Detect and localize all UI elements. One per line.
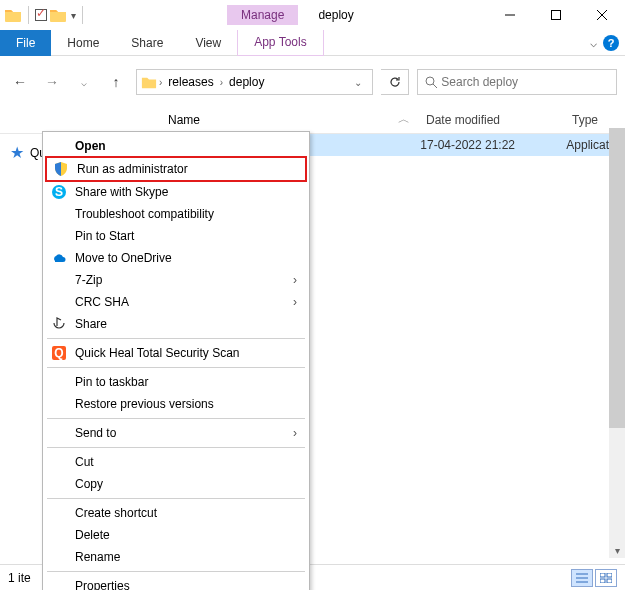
svg-point-4	[426, 77, 434, 85]
context-menu: Open Run as administrator S Share with S…	[42, 131, 310, 590]
svg-rect-13	[600, 573, 605, 577]
quickheal-icon: Q	[51, 345, 67, 361]
search-box[interactable]	[417, 69, 617, 95]
svg-text:Q: Q	[54, 346, 63, 360]
svg-rect-16	[607, 579, 612, 583]
help-button[interactable]: ?	[603, 35, 619, 51]
tab-home[interactable]: Home	[51, 30, 115, 56]
ctx-troubleshoot[interactable]: Troubleshoot compatibility	[45, 203, 307, 225]
column-date[interactable]: Date modified	[418, 113, 564, 127]
star-icon: ★	[10, 143, 24, 162]
chevron-right-icon[interactable]: ›	[218, 77, 225, 88]
ctx-restore-versions[interactable]: Restore previous versions	[45, 393, 307, 415]
qat-dropdown-icon[interactable]: ▾	[71, 10, 76, 21]
tab-share[interactable]: Share	[115, 30, 179, 56]
close-button[interactable]	[579, 0, 625, 30]
folder-icon	[49, 7, 67, 23]
search-input[interactable]	[441, 75, 610, 89]
breadcrumb[interactable]: releases	[164, 75, 217, 89]
ribbon-context-manage[interactable]: Manage	[227, 5, 298, 25]
ctx-move-onedrive[interactable]: Move to OneDrive	[45, 247, 307, 269]
ctx-crc-sha[interactable]: CRC SHA›	[45, 291, 307, 313]
ctx-copy[interactable]: Copy	[45, 473, 307, 495]
sort-indicator-icon: ︿	[398, 111, 410, 128]
refresh-button[interactable]	[381, 69, 409, 95]
file-tab[interactable]: File	[0, 30, 51, 56]
ctx-pin-start[interactable]: Pin to Start	[45, 225, 307, 247]
ctx-share-skype[interactable]: S Share with Skype	[45, 181, 307, 203]
view-large-icons-button[interactable]	[595, 569, 617, 587]
column-type[interactable]: Type	[564, 113, 606, 127]
navigation-bar: ← → ⌵ ↑ › releases › deploy ⌄	[0, 64, 625, 100]
address-dropdown-icon[interactable]: ⌄	[348, 77, 368, 88]
scrollbar-thumb[interactable]	[609, 128, 625, 428]
breadcrumb[interactable]: deploy	[225, 75, 268, 89]
quick-access-toolbar: ▾	[0, 6, 87, 24]
scroll-down-button[interactable]: ▾	[609, 542, 625, 558]
ctx-create-shortcut[interactable]: Create shortcut	[45, 502, 307, 524]
qat-properties-check-icon[interactable]	[35, 9, 47, 21]
ctx-pin-taskbar[interactable]: Pin to taskbar	[45, 371, 307, 393]
ctx-send-to[interactable]: Send to›	[45, 422, 307, 444]
column-headers: Name︿ Date modified Type	[0, 106, 625, 134]
svg-rect-1	[552, 11, 561, 20]
chevron-right-icon[interactable]: ›	[157, 77, 164, 88]
ribbon-expand-icon[interactable]: ⌵	[590, 36, 597, 50]
minimize-button[interactable]	[487, 0, 533, 30]
svg-rect-14	[607, 573, 612, 577]
titlebar: ▾ Manage deploy	[0, 0, 625, 30]
item-count: 1 ite	[8, 571, 31, 585]
address-bar[interactable]: › releases › deploy ⌄	[136, 69, 373, 95]
onedrive-icon	[51, 250, 67, 266]
ribbon: File Home Share View App Tools ⌵ ?	[0, 30, 625, 56]
ctx-cut[interactable]: Cut	[45, 451, 307, 473]
window-title: deploy	[318, 8, 353, 22]
file-date: 17-04-2022 21:22	[412, 138, 558, 152]
folder-icon	[4, 7, 22, 23]
ctx-run-as-administrator[interactable]: Run as administrator	[47, 158, 305, 180]
tab-app-tools[interactable]: App Tools	[237, 30, 323, 56]
shield-icon	[53, 161, 69, 177]
tab-view[interactable]: View	[179, 30, 237, 56]
ctx-delete[interactable]: Delete	[45, 524, 307, 546]
chevron-right-icon: ›	[293, 295, 297, 309]
forward-button[interactable]: →	[40, 74, 64, 90]
skype-icon: S	[51, 184, 67, 200]
svg-rect-15	[600, 579, 605, 583]
ctx-rename[interactable]: Rename	[45, 546, 307, 568]
folder-icon	[141, 75, 157, 89]
ctx-7zip[interactable]: 7-Zip›	[45, 269, 307, 291]
svg-text:S: S	[55, 185, 63, 199]
ctx-properties[interactable]: Properties	[45, 575, 307, 590]
share-icon	[51, 316, 67, 332]
ctx-share[interactable]: Share	[45, 313, 307, 335]
column-name[interactable]: Name︿	[160, 111, 418, 128]
search-icon	[424, 75, 438, 89]
ctx-open[interactable]: Open	[45, 135, 307, 157]
back-button[interactable]: ←	[8, 74, 32, 90]
maximize-button[interactable]	[533, 0, 579, 30]
recent-dropdown-icon[interactable]: ⌵	[72, 77, 96, 88]
svg-line-5	[433, 84, 437, 88]
up-button[interactable]: ↑	[104, 74, 128, 90]
chevron-right-icon: ›	[293, 426, 297, 440]
ctx-quick-heal[interactable]: Q Quick Heal Total Security Scan	[45, 342, 307, 364]
view-details-button[interactable]	[571, 569, 593, 587]
chevron-right-icon: ›	[293, 273, 297, 287]
